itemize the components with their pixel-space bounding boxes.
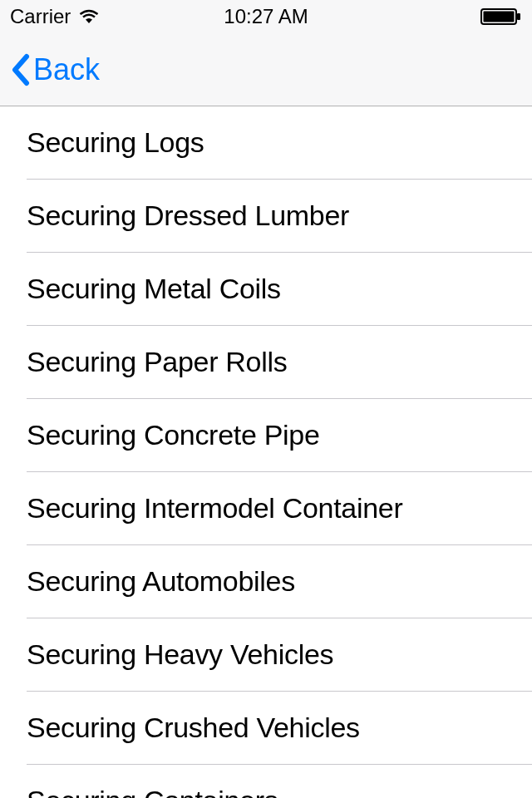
- svg-rect-1: [484, 12, 515, 22]
- list-item[interactable]: Securing Automobiles: [0, 545, 532, 618]
- list-item[interactable]: Securing Containers: [0, 765, 532, 798]
- list-item-label: Securing Dressed Lumber: [27, 200, 349, 231]
- list-item-label: Securing Logs: [27, 126, 204, 158]
- list-item[interactable]: Securing Paper Rolls: [0, 326, 532, 398]
- wifi-icon: [77, 8, 101, 25]
- list-item-label: Securing Crushed Vehicles: [27, 712, 360, 743]
- status-bar: Carrier 10:27 AM: [0, 0, 532, 33]
- list-item[interactable]: Securing Logs: [0, 106, 532, 179]
- list-item-label: Securing Intermodel Container: [27, 492, 402, 524]
- list-item[interactable]: Securing Heavy Vehicles: [0, 618, 532, 691]
- status-left: Carrier: [10, 5, 101, 28]
- list-item-label: Securing Metal Coils: [27, 273, 281, 304]
- chevron-left-icon: [10, 53, 30, 86]
- list-item[interactable]: Securing Metal Coils: [0, 253, 532, 325]
- list-item[interactable]: Securing Dressed Lumber: [0, 180, 532, 252]
- list-item[interactable]: Securing Intermodel Container: [0, 472, 532, 544]
- list-item-label: Securing Automobiles: [27, 565, 295, 597]
- list-item-label: Securing Paper Rolls: [27, 346, 287, 377]
- back-label: Back: [33, 52, 100, 87]
- svg-rect-2: [517, 13, 520, 20]
- carrier-label: Carrier: [10, 5, 71, 28]
- list-item-label: Securing Concrete Pipe: [27, 419, 320, 451]
- battery-icon: [480, 7, 522, 26]
- list-item-label: Securing Containers: [27, 785, 278, 798]
- list-item[interactable]: Securing Concrete Pipe: [0, 399, 532, 471]
- nav-bar: Back: [0, 33, 532, 106]
- status-right: [480, 7, 522, 26]
- list-item[interactable]: Securing Crushed Vehicles: [0, 692, 532, 764]
- back-button[interactable]: Back: [10, 52, 100, 87]
- status-time: 10:27 AM: [224, 5, 308, 28]
- list[interactable]: Securing Logs Securing Dressed Lumber Se…: [0, 106, 532, 798]
- list-item-label: Securing Heavy Vehicles: [27, 638, 333, 670]
